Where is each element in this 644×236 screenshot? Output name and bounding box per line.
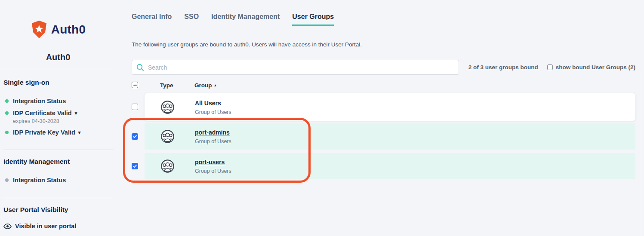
- integration-sidebar: Auth0 Auth0 Single sign-on Integration S…: [0, 0, 116, 236]
- group-avatar-icon: [161, 159, 174, 173]
- row-checkbox[interactable]: [132, 163, 138, 169]
- section-heading-identity-management: Identity Management: [3, 158, 70, 166]
- search-box[interactable]: [132, 60, 459, 75]
- sidebar-item-visible-in-portal: Visible in user portal: [3, 223, 76, 230]
- tab-general-info[interactable]: General Info: [132, 13, 172, 26]
- table-header: Type Group▲: [132, 81, 635, 91]
- column-header-type[interactable]: Type: [160, 82, 173, 89]
- bound-summary-text: 2 of 3 user groups bound: [468, 64, 538, 70]
- user-groups-description: The following user groups are bound to a…: [132, 41, 362, 48]
- auth0-logo: Auth0: [0, 20, 116, 39]
- group-name-link[interactable]: All Users: [195, 100, 221, 107]
- auth0-logo-wordmark: Auth0: [51, 23, 86, 37]
- group-name-link[interactable]: port-users: [195, 159, 225, 166]
- certificate-expiry-text: expires 04-30-2028: [13, 118, 59, 124]
- select-all-checkbox[interactable]: [132, 82, 138, 88]
- row-checkbox[interactable]: [132, 133, 138, 140]
- group-avatar-icon: [161, 130, 174, 143]
- sidebar-divider: [3, 69, 114, 69]
- status-dot-green: [5, 131, 9, 134]
- eye-icon: [3, 224, 12, 229]
- row-card[interactable]: port-users Group of Users: [145, 153, 635, 179]
- sort-asc-icon: ▲: [214, 83, 217, 87]
- table-row: All Users Group of Users: [132, 93, 635, 121]
- sidebar-divider: [3, 198, 114, 198]
- group-name-link[interactable]: port-admins: [195, 129, 230, 136]
- group-type-label: Group of Users: [195, 109, 231, 115]
- tab-sso[interactable]: SSO: [184, 13, 199, 26]
- row-card[interactable]: port-admins Group of Users: [145, 123, 635, 150]
- sidebar-divider: [3, 150, 114, 150]
- caret-down-icon: ▾: [78, 130, 81, 135]
- row-checkbox[interactable]: [132, 104, 138, 110]
- status-dot-gray: [5, 178, 9, 182]
- show-bound-label: show bound User Groups (2): [556, 64, 635, 70]
- sidebar-item-integration-status: Integration Status: [13, 98, 66, 104]
- search-icon: [136, 64, 144, 71]
- search-input[interactable]: [148, 64, 454, 71]
- sidebar-item-idp-private-key[interactable]: IDP Private Key Valid ▾: [13, 129, 80, 136]
- column-header-group[interactable]: Group▲: [194, 82, 217, 89]
- group-type-label: Group of Users: [195, 138, 231, 144]
- show-bound-checkbox[interactable]: [547, 64, 553, 70]
- tab-identity-management[interactable]: Identity Management: [211, 13, 280, 26]
- group-type-label: Group of Users: [195, 168, 231, 174]
- indeterminate-dash: [133, 85, 137, 86]
- user-groups-toolbar: 2 of 3 user groups bound show bound User…: [132, 60, 635, 75]
- tab-user-groups[interactable]: User Groups: [292, 13, 334, 26]
- auth0-shield-icon: [31, 20, 48, 39]
- table-row: port-admins Group of Users: [132, 123, 635, 150]
- section-heading-user-portal-visibility: User Portal Visibility: [3, 206, 68, 214]
- settings-tabs: General Info SSO Identity Management Use…: [132, 13, 334, 26]
- sidebar-item-idp-certificate[interactable]: IDP Certificate Valid ▾: [13, 110, 77, 116]
- group-avatar-icon: [161, 101, 174, 114]
- status-dot-green: [5, 111, 9, 115]
- row-card[interactable]: All Users Group of Users: [145, 93, 635, 121]
- sidebar-item-idm-integration-status: Integration Status: [13, 177, 66, 184]
- table-row: port-users Group of Users: [132, 153, 635, 179]
- show-bound-toggle[interactable]: show bound User Groups (2): [547, 64, 635, 70]
- right-panel-divider: [642, 69, 642, 236]
- integration-title: Auth0: [0, 52, 116, 62]
- section-heading-sso: Single sign-on: [3, 79, 49, 86]
- status-dot-green: [5, 99, 9, 103]
- caret-down-icon: ▾: [75, 111, 77, 116]
